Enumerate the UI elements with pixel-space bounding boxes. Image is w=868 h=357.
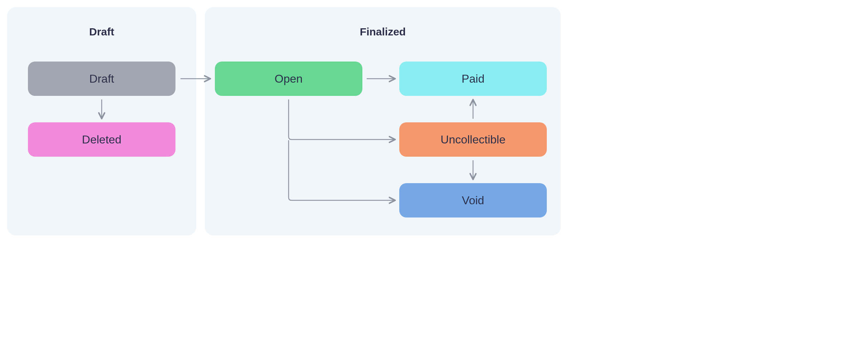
panel-draft xyxy=(7,7,196,235)
state-open: Open xyxy=(215,62,362,96)
state-uncollectible: Uncollectible xyxy=(399,122,547,157)
state-void: Void xyxy=(399,183,547,217)
heading-draft: Draft xyxy=(7,26,196,38)
state-deleted: Deleted xyxy=(28,122,175,157)
heading-finalized: Finalized xyxy=(205,26,561,38)
invoice-status-diagram: Draft Finalized Draft Deleted Open Paid … xyxy=(7,7,561,235)
state-paid: Paid xyxy=(399,62,547,96)
state-draft: Draft xyxy=(28,62,175,96)
